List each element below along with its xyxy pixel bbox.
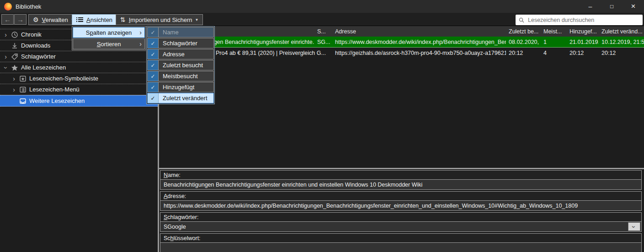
titlebar: Bibliothek – □ × [0,0,644,13]
adresse-field[interactable]: https://www.deskmodder.de/wiki/index.php… [160,201,641,210]
cell-adresse: https://www.deskmodder.de/wiki/index.php… [332,39,506,45]
chevron-right-icon[interactable]: › [11,86,17,93]
sidebar-item-menu[interactable]: › Lesezeichen-Menü [0,84,158,95]
menu-item-spalten-anzeigen[interactable]: Spalten anzeigen › [73,27,145,38]
checkbox-checked-icon: ✓ [148,93,159,103]
search-input[interactable] [527,16,639,24]
column-header-most-visited[interactable]: Meist... [541,28,567,35]
detail-group-adresse: Adresse: https://www.deskmodder.de/wiki/… [160,191,642,211]
close-icon: × [631,2,636,11]
tag-icon [11,53,19,60]
ansichten-menu: Spalten anzeigen › Sortieren › [72,26,146,50]
sidebar-item-weitere-lesezeichen[interactable]: Weitere Lesezeichen [0,95,158,107]
cell-last-visited: 20:12 [506,50,541,56]
bookmark-detail-pane: Name: Benachrichtigungen Benachrichtigun… [159,169,644,252]
submenu-arrow-icon: › [139,41,142,47]
schluesselwort-field[interactable] [160,243,641,252]
submenu-item-adresse[interactable]: ✓ Adresse [147,49,214,59]
column-header-tags[interactable]: S... [314,28,332,35]
sidebar-item-label: Schlagwörter [21,53,56,60]
views-list-icon [76,17,83,22]
minimize-button[interactable]: – [580,0,601,13]
sidebar-item-alle-lesezeichen[interactable]: › Alle Lesezeichen [0,62,158,73]
gear-icon: ⚙ [33,16,39,23]
submenu-item-zuletzt-veraendert[interactable]: ✓ Zuletzt verändert [147,93,214,103]
menu-item-sortieren[interactable]: Sortieren › [73,38,145,49]
checkbox-checked-icon: ✓ [148,27,159,37]
minimize-icon: – [589,3,592,10]
cell-last-modified: 20:12 [599,50,644,56]
detail-group-schluesselwort: Schlüsselwort: [160,233,642,252]
chevron-right-icon[interactable]: › [2,54,9,60]
spalten-submenu: ✓ Name ✓ Schlagwörter ✓ Adresse ✓ Zuletz… [146,26,215,104]
detail-group-name: Name: Benachrichtigungen Benachrichtigun… [160,170,642,190]
cell-added: 20:12 [567,50,599,56]
cell-adresse: https://geizhals.de/asrock-h370m-pro4-90… [332,50,506,56]
chevron-down-icon[interactable]: › [3,64,9,71]
column-header-last-visited[interactable]: Zuletzt be... [506,28,541,35]
submenu-item-hinzugefuegt[interactable]: ✓ Hinzugefügt [147,82,214,92]
tags-dropdown-button[interactable]: › [628,222,640,231]
star-icon [11,64,19,71]
cell-added: 21.01.2019... [567,39,599,45]
submenu-item-name: ✓ Name [147,27,214,38]
sidebar-item-label: Downloads [21,42,50,49]
back-icon: ← [4,16,11,23]
checkbox-checked-icon: ✓ [148,82,159,92]
column-header-row: Name S... Adresse Zuletzt be... Meist...… [159,26,644,37]
tray-icon [19,97,27,105]
checkbox-checked-icon: ✓ [148,38,159,48]
cell-most-visited: 4 [541,50,567,56]
library-window: Bibliothek – □ × ← → ⚙ Verwalten ▼ Ansic… [0,0,644,252]
sidebar-item-label: Alle Lesezeichen [21,64,66,71]
maximize-icon: □ [610,3,613,10]
importieren-button[interactable]: ⇅ Importieren und Sichern ▼ [116,14,203,25]
checkbox-checked-icon: ✓ [148,60,159,70]
importieren-label: Importieren und Sichern [129,16,192,23]
table-row[interactable]: Benachrichtigungen Benachrichtigungsfens… [159,37,644,48]
name-field[interactable]: Benachrichtigungen Benachrichtigungsfens… [160,180,641,189]
import-export-icon: ⇅ [120,16,126,23]
name-label: Name: [160,171,641,180]
maximize-button[interactable]: □ [601,0,623,13]
download-icon [11,42,19,49]
forward-icon: → [17,16,24,23]
column-header-adresse[interactable]: Adresse [332,28,506,35]
submenu-item-meistbesucht[interactable]: ✓ Meistbesucht [147,71,214,81]
submenu-item-schlagwoerter[interactable]: ✓ Schlagwörter [147,38,214,48]
sidebar-item-schlagwoerter[interactable]: › Schlagwörter [0,51,158,62]
column-header-added[interactable]: Hinzugef... [567,28,599,35]
ansichten-label: Ansichten [86,16,112,23]
verwalten-button[interactable]: ⚙ Verwalten ▼ [28,14,79,25]
sidebar-item-symbolleiste[interactable]: › Lesezeichen-Symbolleiste [0,73,158,84]
sidebar-item-label: Weitere Lesezeichen [29,97,85,104]
table-row[interactable]: Pro4 ab € 89,31 (2020) | Preisvergleich … [159,48,644,59]
cell-last-modified: 10.12.2019, 21:50 [599,39,644,45]
cell-tags: SG... [314,39,332,45]
window-title: Bibliothek [16,3,41,10]
dropdown-caret-icon: ▼ [195,18,199,22]
column-header-last-modified[interactable]: Zuletzt veränd... [599,28,644,35]
search-box [516,15,643,25]
schlagwoerter-label: Schlagwörter: [160,213,641,222]
schluesselwort-label: Schlüsselwort: [160,234,641,243]
chevron-right-icon[interactable]: › [2,32,9,38]
verwalten-label: Verwalten [42,16,68,23]
forward-button[interactable]: → [14,14,27,25]
bookmarks-menu-icon [19,86,27,93]
submenu-item-zuletzt-besucht[interactable]: ✓ Zuletzt besucht [147,60,214,70]
sidebar-item-label: Lesezeichen-Symbolleiste [29,75,98,82]
detail-group-schlagwoerter: Schlagwörter: SGoogle › [160,212,642,232]
cell-most-visited: 1 [541,39,567,45]
chevron-right-icon[interactable]: › [11,75,17,82]
submenu-arrow-icon: › [139,29,142,36]
bookmarks-list: Name S... Adresse Zuletzt be... Meist...… [159,26,644,168]
close-button[interactable]: × [623,0,644,13]
sidebar-item-label: Chronik [21,31,42,38]
sidebar: › Chronik Downloads › Schlagwörter › [0,26,158,252]
window-controls: – □ × [580,0,644,13]
checkbox-checked-icon: ✓ [148,71,159,81]
back-button[interactable]: ← [1,14,14,25]
toolbar: ← → ⚙ Verwalten ▼ Ansichten ▼ ⇅ Importie… [0,13,644,26]
schlagwoerter-field[interactable]: SGoogle › [160,222,641,231]
